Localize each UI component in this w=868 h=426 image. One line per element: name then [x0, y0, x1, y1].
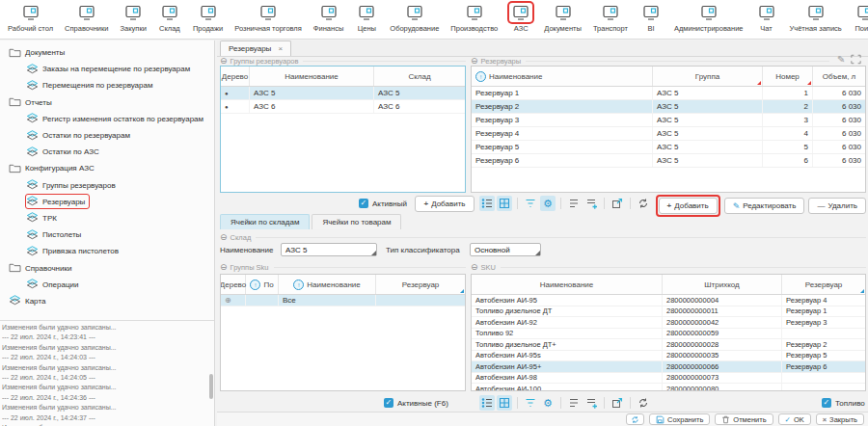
- toolbar-item[interactable]: Розничная торговля: [229, 3, 308, 33]
- sidebar-tree-item[interactable]: Остатки по резервуарам: [0, 127, 214, 144]
- toolbar-item[interactable]: Документы: [538, 3, 587, 33]
- sidebar-tree-item[interactable]: Заказы на перемещение по резервуарам: [0, 61, 214, 77]
- ok-button[interactable]: ✓ OK: [778, 413, 811, 425]
- sidebar-tree-item[interactable]: ТРК: [0, 210, 214, 226]
- collapse-icon[interactable]: ⊖: [471, 263, 478, 272]
- toolbar-item[interactable]: Финансы: [308, 3, 350, 33]
- cells-tab[interactable]: Ячейки по складам: [220, 214, 310, 229]
- table-row[interactable]: ● АЗС 5 АЗС 5: [221, 87, 465, 100]
- collapse-icon[interactable]: ⊖: [220, 263, 228, 272]
- list-settings-icon[interactable]: [566, 395, 582, 411]
- sidebar-tree-item[interactable]: Резервуары: [0, 194, 214, 210]
- list-settings-icon[interactable]: [566, 196, 582, 211]
- active-checkbox[interactable]: Активный: [359, 199, 407, 208]
- collapse-icon[interactable]: ⊖: [471, 57, 478, 66]
- table-row[interactable]: Резервуар 4 АЗС 5 4 6 030: [472, 127, 865, 141]
- column-header-num[interactable]: Номер: [763, 67, 813, 86]
- toolbar-item[interactable]: Цены: [349, 3, 384, 33]
- column-header-tank[interactable]: Резервуар: [782, 275, 865, 294]
- table-row[interactable]: ⊕ Все: [221, 295, 465, 306]
- filter-icon[interactable]: [523, 395, 538, 411]
- fullscreen-icon[interactable]: [851, 54, 861, 65]
- column-header-tree[interactable]: Дерево: [221, 275, 246, 294]
- sidebar-tree-item[interactable]: Привязка пистолетов: [0, 243, 214, 259]
- sidebar-tree-item[interactable]: Справочники: [0, 259, 214, 276]
- column-header-name[interactable]: Наименование: [472, 275, 663, 294]
- tab-reservoirs[interactable]: Резервуары ×: [220, 40, 291, 56]
- table-row[interactable]: Автобензин АИ-100 2800000000080: [472, 384, 865, 391]
- table-row[interactable]: Автобензин АИ-98 2800000000073: [472, 373, 865, 385]
- delete-tank-button[interactable]: — Удалить: [808, 198, 866, 214]
- cancel-button[interactable]: Отменить: [715, 413, 773, 425]
- sidebar-tree-item[interactable]: Отчеты: [0, 94, 214, 111]
- add-group-button[interactable]: + Добавить: [415, 196, 475, 212]
- sidebar-tree-item[interactable]: Документы: [0, 44, 214, 61]
- view-grid-icon[interactable]: [497, 196, 512, 211]
- tab-close-icon[interactable]: ×: [278, 44, 283, 53]
- toolbar-item[interactable]: Склад: [152, 3, 187, 33]
- column-header-po[interactable]: ↑ По: [246, 275, 279, 294]
- column-header-tree[interactable]: Дерево: [221, 67, 250, 86]
- toolbar-item[interactable]: Закупки: [115, 3, 152, 33]
- close-button[interactable]: × Закрыть: [816, 413, 864, 425]
- toolbar-item[interactable]: Транспорт: [587, 3, 634, 33]
- table-row[interactable]: Автобензин АИ-95 2800000000004 Резервуар…: [472, 295, 865, 306]
- column-header-name[interactable]: ↑ Наименование: [279, 275, 376, 294]
- sidebar-tree-item[interactable]: Карта: [0, 293, 214, 309]
- table-row[interactable]: Автобензин АИ-92 2800000000042 Резервуар…: [472, 317, 865, 329]
- table-row[interactable]: Топливо дизельное ДТ+ 2800000000028 Резе…: [472, 339, 865, 351]
- column-header-group[interactable]: Группа: [653, 67, 763, 86]
- fuel-checkbox[interactable]: Топливо: [822, 398, 865, 408]
- table-row[interactable]: ● АЗС 6 АЗС 6: [221, 100, 465, 114]
- view-list-icon[interactable]: [479, 395, 495, 411]
- column-header-name[interactable]: ↑ Наименование: [472, 67, 653, 86]
- column-header-vol[interactable]: Объем, л: [813, 67, 865, 86]
- toolbar-item[interactable]: Администрирование: [668, 3, 749, 33]
- column-header-name[interactable]: Наименование: [250, 67, 374, 86]
- toolbar-item[interactable]: Оборудование: [384, 3, 445, 33]
- view-list-icon[interactable]: [479, 196, 495, 211]
- cells-tab[interactable]: Ячейки по товарам: [312, 214, 401, 229]
- log-scrollbar-thumb[interactable]: [209, 374, 213, 399]
- table-row[interactable]: Автобензин АИ-95+ 2800000000066 Резервуа…: [472, 361, 865, 373]
- sidebar-tree-item[interactable]: Операции: [0, 277, 214, 293]
- active-f6-checkbox[interactable]: Активные (F6): [384, 398, 448, 408]
- toolbar-item[interactable]: Рабочий стол: [2, 3, 59, 33]
- open-window-icon[interactable]: [610, 196, 625, 211]
- table-row[interactable]: Резервуар 1 АЗС 5 1 6 030: [472, 87, 865, 100]
- toolbar-item[interactable]: Поиск: [848, 3, 868, 33]
- toolbar-item[interactable]: Продажи: [187, 3, 229, 33]
- table-row[interactable]: Резервуар 6 АЗС 5 6 6 030: [472, 154, 865, 168]
- sidebar-tree-item[interactable]: Остатки по АЗС: [0, 144, 214, 160]
- edit-tank-button[interactable]: ✎ Редактировать: [724, 198, 805, 214]
- column-header-barcode[interactable]: Штрихкод: [663, 275, 782, 294]
- collapse-icon[interactable]: ⊖: [220, 233, 228, 242]
- column-header-tank[interactable]: Резервуар: [376, 275, 465, 294]
- refresh-icon[interactable]: [636, 196, 651, 211]
- toolbar-item[interactable]: Производство: [445, 3, 503, 33]
- classifier-type-field[interactable]: Основной: [470, 243, 541, 256]
- add-tank-button[interactable]: + Добавить: [659, 198, 718, 214]
- name-field[interactable]: АЗС 5: [281, 243, 377, 256]
- table-row[interactable]: Резервуар 2 АЗС 5 2 6 030: [472, 100, 865, 114]
- view-grid-icon[interactable]: [497, 395, 512, 411]
- column-header-sklad[interactable]: Склад: [374, 67, 465, 86]
- collapse-icon[interactable]: ⊖: [220, 57, 228, 66]
- add-row-icon[interactable]: [583, 196, 599, 211]
- sidebar-tree-item[interactable]: Пистолеты: [0, 226, 214, 243]
- toolbar-item[interactable]: Справочники: [59, 3, 114, 33]
- save-button[interactable]: Сохранить: [649, 413, 710, 425]
- toolbar-item[interactable]: BI: [634, 3, 668, 33]
- table-row[interactable]: Топливо дизельное ДТ 2800000000011 Резер…: [472, 306, 865, 318]
- table-row[interactable]: Резервуар 5 АЗС 5 5 6 030: [472, 141, 865, 154]
- table-row[interactable]: Топливо 92 2800000000059: [472, 329, 865, 340]
- sidebar-tree-item[interactable]: Перемещения по резервуарам: [0, 77, 214, 93]
- toolbar-item[interactable]: Чат: [749, 3, 784, 33]
- gear-icon[interactable]: ⚙: [540, 196, 556, 211]
- edit-icon[interactable]: ✎: [837, 54, 845, 65]
- filter-icon[interactable]: [523, 196, 538, 211]
- sidebar-tree-item[interactable]: Конфигурация АЗС: [0, 160, 214, 176]
- toolbar-item[interactable]: Учётная запись: [784, 3, 848, 33]
- open-window-icon[interactable]: [610, 395, 625, 411]
- expand-icon[interactable]: ⊕: [221, 295, 246, 306]
